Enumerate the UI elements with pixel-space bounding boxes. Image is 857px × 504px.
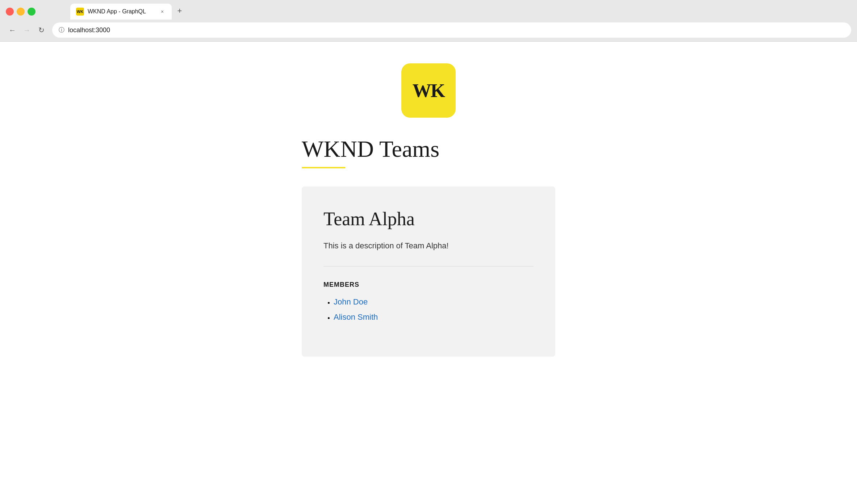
forward-button[interactable]: → — [20, 24, 33, 37]
wknd-logo: WK — [401, 63, 456, 118]
browser-chrome: WK WKND App - GraphQL × + ← → ↻ ⓘ localh… — [0, 0, 857, 42]
title-bar: WK WKND App - GraphQL × + — [0, 0, 857, 20]
members-list: John Doe Alison Smith — [323, 297, 534, 322]
team-description: This is a description of Team Alpha! — [323, 240, 534, 266]
browser-tab[interactable]: WK WKND App - GraphQL × — [70, 4, 172, 20]
address-bar-row: ← → ↻ ⓘ localhost:3000 — [0, 20, 857, 41]
close-window-button[interactable] — [6, 8, 14, 16]
tab-bar: WK WKND App - GraphQL × + — [41, 4, 186, 20]
page-title: WKND Teams — [266, 136, 591, 163]
maximize-window-button[interactable] — [28, 8, 35, 16]
page-content: WK WKND Teams Team Alpha This is a descr… — [0, 42, 857, 499]
team-name: Team Alpha — [323, 208, 534, 230]
list-item: John Doe — [334, 297, 534, 307]
team-card: Team Alpha This is a description of Team… — [302, 186, 555, 357]
address-info-icon: ⓘ — [59, 26, 64, 34]
minimize-window-button[interactable] — [17, 8, 25, 16]
refresh-button[interactable]: ↻ — [35, 24, 48, 37]
address-bar[interactable]: ⓘ localhost:3000 — [52, 22, 851, 38]
back-button[interactable]: ← — [6, 24, 19, 37]
address-url: localhost:3000 — [68, 26, 110, 34]
member-link-alison-smith[interactable]: Alison Smith — [334, 312, 378, 322]
members-label: MEMBERS — [323, 281, 534, 289]
traffic-lights — [6, 8, 35, 16]
new-tab-button[interactable]: + — [173, 4, 186, 17]
tab-close-button[interactable]: × — [159, 8, 166, 15]
tab-favicon: WK — [76, 8, 84, 16]
nav-buttons: ← → ↻ — [6, 24, 48, 37]
list-item: Alison Smith — [334, 312, 534, 322]
member-link-john-doe[interactable]: John Doe — [334, 297, 368, 306]
wknd-logo-text: WK — [413, 80, 444, 101]
title-underline — [302, 167, 345, 168]
tab-title: WKND App - GraphQL — [88, 8, 155, 15]
